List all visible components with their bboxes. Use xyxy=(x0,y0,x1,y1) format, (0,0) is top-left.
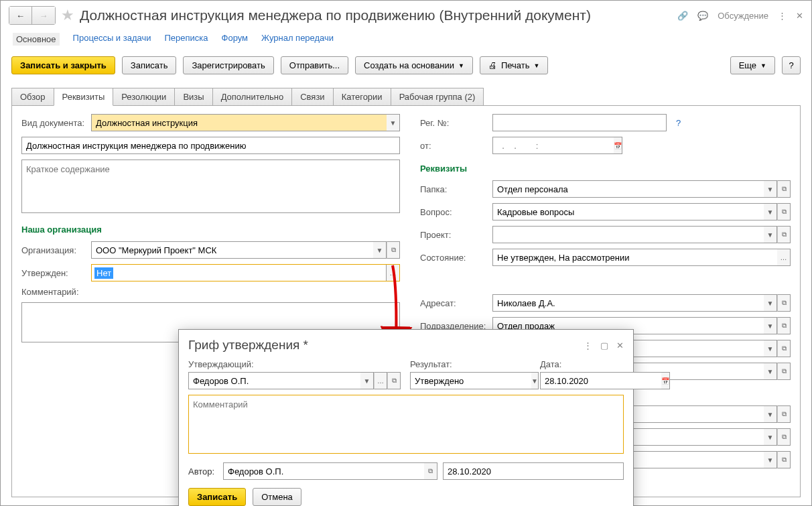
nav-correspondence[interactable]: Переписка xyxy=(165,33,208,46)
save-close-button[interactable]: Записать и закрыть xyxy=(11,56,115,74)
ellipsis-icon[interactable]: … xyxy=(386,265,399,281)
dropdown-icon[interactable]: ▼ xyxy=(764,428,777,446)
calendar-icon[interactable]: 📅 xyxy=(661,372,670,389)
tab-requisites[interactable]: Реквизиты xyxy=(54,88,114,106)
requisites-section: Реквизиты xyxy=(420,164,791,174)
tab-resolutions[interactable]: Резолюции xyxy=(113,88,175,106)
dialog-cancel-button[interactable]: Отмена xyxy=(253,488,301,506)
star-icon[interactable]: ★ xyxy=(61,7,74,24)
open-icon[interactable]: ⧉ xyxy=(777,428,791,446)
dropdown-icon[interactable]: ▼ xyxy=(764,203,777,220)
org-input[interactable] xyxy=(91,241,373,259)
state-label: Состояние: xyxy=(420,253,487,263)
open-icon[interactable]: ⧉ xyxy=(777,294,791,312)
hint-icon[interactable]: ? xyxy=(676,118,681,128)
print-button[interactable]: 🖨Печать ▼ xyxy=(480,56,549,74)
our-org-section: Наша организация xyxy=(21,225,400,235)
register-button[interactable]: Зарегистрировать xyxy=(183,56,273,74)
dropdown-icon[interactable]: ▼ xyxy=(764,340,777,357)
approved-label: Утвержден: xyxy=(21,268,86,278)
project-input[interactable] xyxy=(492,226,764,243)
nav-transfer-log[interactable]: Журнал передачи xyxy=(261,33,334,46)
dropdown-icon[interactable]: ▼ xyxy=(360,372,374,389)
back-button[interactable]: ← xyxy=(9,7,32,24)
send-button[interactable]: Отправить... xyxy=(281,56,348,74)
nav-main[interactable]: Основное xyxy=(13,33,60,46)
approval-dialog: Гриф утверждения * ⋮ ▢ ✕ Утверждающий: ▼… xyxy=(178,329,634,506)
addressee-label: Адресат: xyxy=(420,298,487,308)
kebab-menu-icon[interactable]: ⋮ xyxy=(778,11,787,21)
state-input[interactable] xyxy=(492,249,777,266)
dialog-kebab-icon[interactable]: ⋮ xyxy=(584,340,592,351)
discussion-icon[interactable]: 💬 xyxy=(697,11,708,21)
printer-icon: 🖨 xyxy=(488,60,497,70)
from-date-input[interactable] xyxy=(492,137,614,154)
open-icon[interactable]: ⧉ xyxy=(777,180,791,198)
from-label: от: xyxy=(420,141,487,151)
open-icon[interactable]: ⧉ xyxy=(777,317,791,334)
close-icon[interactable]: ✕ xyxy=(796,11,803,21)
dialog-save-button[interactable]: Записать xyxy=(188,488,246,506)
more-button[interactable]: Еще ▼ xyxy=(730,56,775,74)
project-label: Проект: xyxy=(420,230,487,240)
open-icon[interactable]: ⧉ xyxy=(387,241,400,259)
dialog-comment-textarea[interactable] xyxy=(188,395,624,454)
open-icon[interactable]: ⧉ xyxy=(387,372,401,389)
open-icon[interactable]: ⧉ xyxy=(424,462,437,480)
author-input[interactable] xyxy=(223,462,424,480)
nav-buttons: ← → xyxy=(9,6,56,25)
dialog-maximize-icon[interactable]: ▢ xyxy=(600,340,608,351)
dropdown-icon[interactable]: ▼ xyxy=(764,294,777,312)
dropdown-icon[interactable]: ▼ xyxy=(531,372,539,389)
tab-categories[interactable]: Категории xyxy=(333,88,391,106)
nav-forum[interactable]: Форум xyxy=(222,33,249,46)
dropdown-icon[interactable]: ▼ xyxy=(764,451,777,468)
open-icon[interactable]: ⧉ xyxy=(777,203,791,220)
date-input[interactable] xyxy=(540,372,661,389)
tab-visas[interactable]: Визы xyxy=(174,88,212,106)
nav-processes[interactable]: Процессы и задачи xyxy=(73,33,151,46)
reg-no-input[interactable] xyxy=(492,114,667,131)
dropdown-icon[interactable]: ▼ xyxy=(764,405,777,423)
dropdown-icon[interactable]: ▼ xyxy=(387,114,400,131)
dropdown-icon[interactable]: ▼ xyxy=(764,317,777,334)
tab-overview[interactable]: Обзор xyxy=(11,88,54,106)
org-label: Организация: xyxy=(21,245,86,255)
link-icon[interactable]: 🔗 xyxy=(677,11,688,21)
forward-button[interactable]: → xyxy=(32,7,55,24)
help-button[interactable]: ? xyxy=(782,56,801,74)
summary-textarea[interactable] xyxy=(21,160,400,213)
approved-input-wrap[interactable]: Нет … xyxy=(91,264,400,281)
open-icon[interactable]: ⧉ xyxy=(777,451,791,468)
open-icon[interactable]: ⧉ xyxy=(777,363,791,380)
tab-links[interactable]: Связи xyxy=(291,88,333,106)
open-icon[interactable]: ⧉ xyxy=(777,340,791,357)
author-date-input[interactable] xyxy=(443,462,624,480)
calendar-icon[interactable]: 📅 xyxy=(614,137,622,154)
dropdown-icon[interactable]: ▼ xyxy=(764,226,777,243)
dropdown-icon[interactable]: ▼ xyxy=(764,363,777,380)
doc-name-input[interactable] xyxy=(21,137,400,154)
reg-no-label: Рег. №: xyxy=(420,118,487,128)
create-based-button[interactable]: Создать на основании ▼ xyxy=(355,56,473,74)
doc-type-label: Вид документа: xyxy=(21,118,86,128)
comment-label: Комментарий: xyxy=(21,287,86,297)
tab-workgroup[interactable]: Рабочая группа (2) xyxy=(391,88,484,106)
doc-type-input[interactable] xyxy=(91,114,387,131)
discussion-label[interactable]: Обсуждение xyxy=(718,11,768,21)
dropdown-icon[interactable]: ▼ xyxy=(373,241,387,259)
save-button[interactable]: Записать xyxy=(122,56,177,74)
ellipsis-icon[interactable]: … xyxy=(374,372,387,389)
open-icon[interactable]: ⧉ xyxy=(777,226,791,243)
question-input[interactable] xyxy=(492,203,764,220)
ellipsis-icon[interactable]: … xyxy=(777,249,791,266)
tab-additional[interactable]: Дополнительно xyxy=(212,88,293,106)
dropdown-icon[interactable]: ▼ xyxy=(764,180,777,198)
approved-value: Нет xyxy=(94,267,113,279)
approver-input[interactable] xyxy=(188,372,360,389)
folder-input[interactable] xyxy=(492,180,764,198)
open-icon[interactable]: ⧉ xyxy=(777,405,791,423)
dialog-close-icon[interactable]: ✕ xyxy=(616,340,624,351)
result-input[interactable] xyxy=(410,372,531,389)
addressee-input[interactable] xyxy=(492,294,764,312)
